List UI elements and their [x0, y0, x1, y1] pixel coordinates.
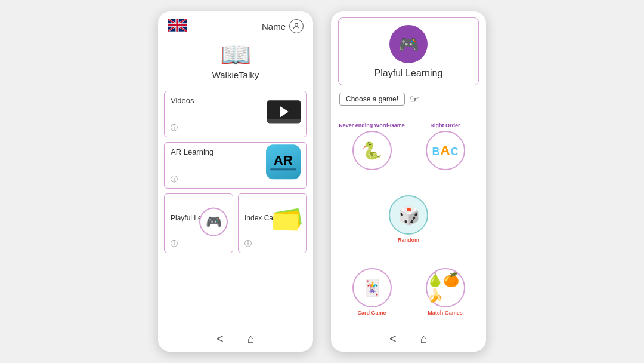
hand-cursor-icon: ☞: [410, 93, 419, 106]
app-title: WalkieTalky: [212, 70, 259, 80]
random-item[interactable]: 🎲 Random: [389, 195, 428, 243]
choose-game-row: Choose a game! ☞: [339, 93, 478, 106]
info-icon-index: ⓘ: [244, 239, 252, 249]
word-game-label: Never ending Word-Game: [339, 122, 404, 128]
play-button-icon: [280, 106, 289, 117]
right-bottom-nav: < ⌂: [331, 327, 486, 352]
right-phone: 🎮 Playful Learning Choose a game! ☞ Neve…: [331, 11, 486, 352]
playful-learning-big-icon: 🎮: [389, 25, 428, 63]
random-icon: 🎲: [389, 195, 428, 235]
back-button-left[interactable]: <: [216, 332, 224, 346]
menu-grid: Videos ⓘ AR Learning AR: [158, 86, 313, 327]
playful-learning-menu-item[interactable]: Playful Learning 🎮 ⓘ: [164, 193, 233, 253]
name-row[interactable]: Name: [262, 19, 304, 33]
home-button-left[interactable]: ⌂: [247, 332, 255, 346]
svg-point-1: [295, 23, 298, 26]
match-games-icon: 🍐🍊🍌: [426, 268, 465, 307]
ar-learning-label: AR Learning: [171, 147, 213, 156]
bottom-menu-row: Playful Learning 🎮 ⓘ Index Cards: [164, 193, 307, 253]
info-icon-videos: ⓘ: [171, 123, 178, 133]
app-header: 📖 WalkieTalky: [158, 39, 313, 86]
videos-menu-item[interactable]: Videos ⓘ: [164, 91, 307, 137]
playful-learning-icon: 🎮: [199, 208, 228, 236]
word-game-item[interactable]: Never ending Word-Game 🐍: [338, 122, 405, 170]
index-cards-menu-item[interactable]: Index Cards ⓘ: [238, 193, 307, 253]
right-order-icon: B A C: [426, 131, 465, 170]
phones-container: Name 📖 WalkieTalky Videos: [158, 11, 486, 352]
ar-icon: AR: [266, 144, 301, 179]
left-bottom-nav: < ⌂: [158, 327, 313, 352]
index-cards-icon: [273, 210, 303, 234]
card-game-label: Card Game: [357, 310, 386, 316]
games-grid: Never ending Word-Game 🐍 Right Order B A…: [331, 112, 486, 327]
random-label: Random: [398, 237, 419, 243]
left-phone: Name 📖 WalkieTalky Videos: [158, 11, 313, 352]
back-button-right[interactable]: <: [389, 332, 397, 346]
ar-learning-menu-item[interactable]: AR Learning AR ⓘ: [164, 142, 307, 189]
match-games-label: Match Games: [428, 310, 463, 316]
abc-content: B A C: [432, 143, 459, 158]
word-game-icon: 🐍: [352, 131, 392, 170]
user-name-label: Name: [262, 21, 286, 32]
right-phone-title: Playful Learning: [374, 68, 443, 79]
video-thumb: [267, 100, 301, 123]
info-icon-ar: ⓘ: [171, 174, 178, 184]
home-button-right[interactable]: ⌂: [420, 332, 428, 346]
right-order-item[interactable]: Right Order B A C: [411, 122, 479, 170]
flag-icon: [168, 19, 187, 34]
right-phone-header: 🎮 Playful Learning: [338, 17, 479, 85]
choose-game-button[interactable]: Choose a game!: [339, 93, 405, 106]
top-bar: Name: [158, 11, 313, 39]
card-game-item[interactable]: 🃏 Card Game: [338, 268, 405, 316]
right-order-label: Right Order: [430, 122, 460, 128]
videos-label: Videos: [171, 96, 194, 105]
match-games-item[interactable]: 🍐🍊🍌 Match Games: [411, 268, 479, 316]
card-game-icon: 🃏: [352, 268, 392, 307]
book-icon: 📖: [220, 42, 251, 67]
user-icon: [289, 19, 304, 33]
info-icon-playful: ⓘ: [171, 239, 178, 249]
